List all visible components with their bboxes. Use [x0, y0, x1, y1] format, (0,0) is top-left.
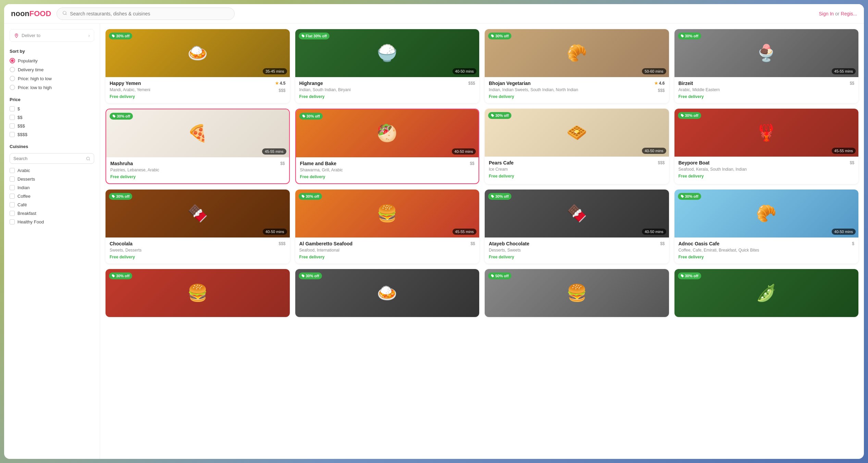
restaurant-card[interactable]: 🥙 30% off 40-50 mins Flame and Bake $$ S… — [295, 109, 480, 184]
restaurant-card[interactable]: 🍛 30% off — [295, 269, 480, 317]
card-image: 🍕 30% off 45-55 mins — [106, 109, 289, 157]
card-tag-row: Sweets, Desserts — [110, 248, 286, 254]
radio-circle-popularity — [10, 58, 15, 63]
sort-radio-group: Popularity Delivery time Price: high to … — [10, 58, 94, 90]
price-3dollar[interactable]: $$$ — [10, 123, 94, 129]
deliver-to-button[interactable]: Deliver to › — [10, 29, 94, 42]
free-delivery: Free delivery — [679, 94, 855, 99]
price-section: Price $ $$ $$$ — [10, 97, 94, 137]
price-dollar[interactable]: $ — [10, 106, 94, 111]
free-delivery: Free delivery — [110, 174, 285, 179]
time-badge: 40-50 mins — [832, 229, 856, 235]
food-emoji: 🍔 — [187, 283, 208, 303]
cuisine-healthy-label: Healthy Food — [17, 219, 44, 224]
time-badge: 50-60 mins — [642, 68, 666, 74]
restaurant-card[interactable]: 🫛 30% off — [674, 269, 859, 317]
restaurant-card[interactable]: 🍚 Flat 30% off 40-50 mins Highrange $$$ … — [295, 29, 480, 103]
sort-price-high[interactable]: Price: high to low — [10, 76, 94, 81]
discount-badge: 30% off — [109, 33, 132, 39]
chevron-right-icon: › — [88, 33, 90, 38]
cuisine-breakfast[interactable]: Breakfast — [10, 211, 94, 216]
price-dollar-label: $ — [17, 106, 20, 111]
restaurant-card[interactable]: 🍫 30% off 40-50 mins Atayeb Chocolate $$… — [485, 190, 669, 264]
sidebar: Deliver to › Sort by Popularity D — [4, 24, 100, 459]
cuisines-title: Cuisines — [10, 144, 94, 149]
card-tag-row: Arabic, Middle Eastern — [679, 87, 855, 94]
card-info: Bhojan Vegetarian ★ 4.6 Indian, Indian S… — [485, 77, 669, 103]
card-info: Adnoc Oasis Cafe $ Coffee, Cafe, Emirati… — [674, 237, 859, 264]
sort-delivery-time[interactable]: Delivery time — [10, 67, 94, 72]
cuisine-healthy[interactable]: Healthy Food — [10, 219, 94, 224]
card-tag-row: Seafood, Kerala, South Indian, Indian — [679, 167, 855, 173]
cuisine-arabic[interactable]: Arabic — [10, 168, 94, 173]
cuisine-cafe[interactable]: Café — [10, 202, 94, 207]
free-delivery: Free delivery — [299, 94, 475, 99]
logo-food: FOOD — [29, 9, 51, 18]
cuisine-coffee[interactable]: Coffee — [10, 194, 94, 199]
card-name: Atayeb Chocolate — [489, 241, 529, 246]
food-emoji: 🍔 — [567, 283, 587, 303]
sign-in-link[interactable]: Sign In — [819, 11, 834, 16]
restaurant-card[interactable]: 🍫 30% off 40-50 mins Chocolala $$$ Sweet… — [106, 190, 290, 264]
radio-circle-price-high — [10, 76, 15, 81]
card-image: 🦞 30% off 45-55 mins — [674, 109, 859, 157]
price-2dollar[interactable]: $$ — [10, 115, 94, 120]
restaurant-card[interactable]: 🍨 30% off 45-55 mins Birzeit $$ Arabic, … — [674, 29, 859, 103]
food-emoji: 🍛 — [187, 44, 208, 63]
cuisine-coffee-label: Coffee — [17, 194, 30, 199]
restaurant-card[interactable]: 🦞 30% off 45-55 mins Beypore Boat $$ Sea… — [674, 109, 859, 184]
card-name: Highrange — [299, 81, 323, 86]
card-info: Highrange $$$ Indian, South Indian, Biry… — [295, 77, 480, 103]
price-4dollar[interactable]: $$$$ — [10, 132, 94, 137]
card-top-row: Al Gamberetto Seafood $$ — [299, 241, 475, 246]
card-name: Al Gamberetto Seafood — [299, 241, 353, 246]
card-top-row: Atayeb Chocolate $$ — [489, 241, 665, 246]
food-emoji: 🥐 — [756, 204, 777, 223]
price-4dollar-label: $$$$ — [17, 132, 27, 137]
food-emoji: 🍕 — [187, 124, 208, 143]
restaurant-card[interactable]: 🍕 30% off 45-55 mins Mashruha $$ Pastrie… — [106, 109, 290, 184]
card-price: $ — [852, 241, 854, 246]
checkbox-dollar — [10, 106, 15, 111]
sort-price-low[interactable]: Price: low to high — [10, 85, 94, 90]
card-info: Flame and Bake $$ Shawarma, Grill, Arabi… — [296, 157, 479, 183]
time-badge: 45-55 mins — [452, 229, 476, 235]
logo-noon: noon — [11, 9, 29, 18]
restaurant-card[interactable]: 🥐 30% off 40-50 mins Adnoc Oasis Cafe $ … — [674, 190, 859, 264]
sort-popularity[interactable]: Popularity — [10, 58, 94, 63]
discount-badge: 30% off — [678, 193, 701, 200]
restaurant-card[interactable]: 🥐 30% off 50-60 mins Bhojan Vegetarian ★… — [485, 29, 669, 103]
card-cuisine: Arabic, Middle Eastern — [679, 87, 720, 92]
card-image: 🥐 30% off 40-50 mins — [674, 190, 859, 237]
card-info: Beypore Boat $$ Seafood, Kerala, South I… — [674, 157, 859, 183]
food-emoji: 🍫 — [187, 204, 208, 223]
time-badge: 40-50 mins — [642, 148, 666, 154]
time-badge: 40-50 mins — [263, 229, 287, 235]
restaurant-card[interactable]: 🧇 30% off 40-50 mins Pears Cafe $$$ Ice … — [485, 109, 669, 184]
price-2dollar-label: $$ — [17, 115, 22, 120]
restaurant-card[interactable]: 🍔 50% off — [485, 269, 669, 317]
search-input[interactable] — [70, 11, 229, 16]
card-cuisine: Sweets, Desserts — [110, 248, 141, 253]
sort-by-title: Sort by — [10, 49, 94, 54]
card-tag-row: Coffee, Cafe, Emirati, Breakfast, Quick … — [679, 248, 855, 254]
register-link[interactable]: Regis... — [841, 11, 857, 16]
cuisines-search-bar[interactable] — [10, 153, 94, 164]
cuisines-search-input[interactable] — [13, 156, 84, 161]
card-info: Mashruha $$ Pastries, Lebanese, Arabic F… — [106, 157, 289, 183]
cuisine-indian[interactable]: Indian — [10, 185, 94, 190]
card-cuisine: Seafood, Kerala, South Indian, Indian — [679, 167, 747, 172]
food-emoji: 🥙 — [377, 124, 397, 143]
restaurant-card[interactable]: 🍔 30% off 45-55 mins Al Gamberetto Seafo… — [295, 190, 480, 264]
restaurant-card[interactable]: 🍔 30% off — [106, 269, 290, 317]
cuisine-desserts[interactable]: Desserts — [10, 176, 94, 182]
free-delivery: Free delivery — [300, 174, 475, 179]
discount-badge: 30% off — [299, 193, 322, 200]
restaurant-card[interactable]: 🍛 30% off 35-45 mins Happy Yemen ★ 4.5 M… — [106, 29, 290, 103]
time-badge: 45-55 mins — [832, 148, 856, 154]
card-top-row: Adnoc Oasis Cafe $ — [679, 241, 855, 246]
checkbox-desserts — [10, 176, 15, 182]
global-search-bar[interactable] — [57, 8, 235, 20]
cuisine-desserts-label: Desserts — [17, 176, 35, 182]
tag-icon — [491, 114, 494, 117]
